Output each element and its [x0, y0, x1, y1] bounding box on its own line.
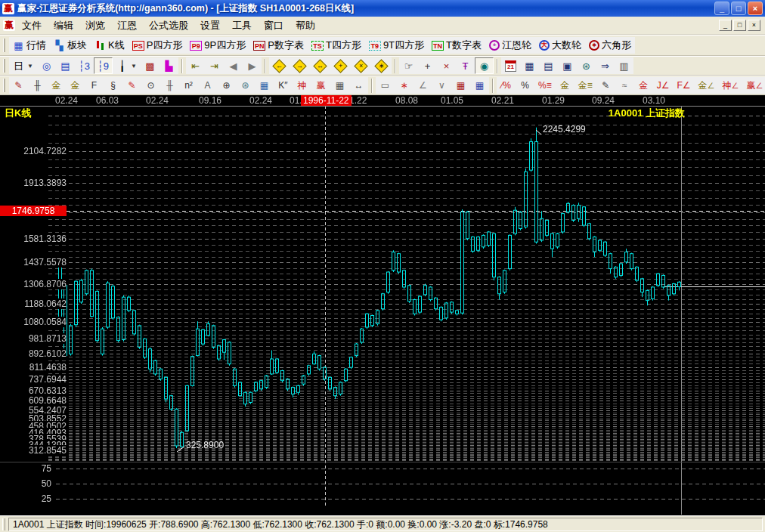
draw-gold-line-icon[interactable]: 金: [634, 77, 653, 94]
draw-star-web-icon[interactable]: ⊛: [236, 77, 255, 94]
draw-shen-angle-icon[interactable]: 神∠: [719, 77, 743, 94]
kline-chart-canvas[interactable]: [0, 95, 765, 515]
tool-gann-compress-icon[interactable]: ×: [351, 57, 371, 74]
toolbar-p-number-table-button[interactable]: PNP数字表: [249, 37, 308, 54]
dropdown-arrow-icon: ▼: [131, 63, 137, 70]
draw-ying-angle-icon[interactable]: 赢∠: [743, 77, 765, 94]
tool-net-save-icon[interactable]: ⊛: [577, 57, 596, 74]
draw-blue-grid-icon[interactable]: ▦: [470, 77, 489, 94]
draw-fan-rays-icon[interactable]: ∗: [395, 77, 413, 94]
draw-draw-brush-icon[interactable]: ✎: [9, 77, 28, 94]
draw-angle-line-icon[interactable]: A: [198, 77, 217, 94]
tool-bars-3-icon[interactable]: ┆3: [75, 57, 94, 74]
menu-item-browse[interactable]: 浏览: [79, 17, 111, 35]
draw-red-grid-icon[interactable]: ▦: [451, 77, 470, 94]
menu-item-settings[interactable]: 设置: [194, 17, 226, 35]
menu-item-window[interactable]: 窗口: [258, 17, 290, 35]
tool-next-bar-icon[interactable]: ▶: [243, 57, 262, 74]
draw-wave-overlap-icon[interactable]: ≈: [615, 77, 634, 94]
draw-percent-icon[interactable]: %: [516, 77, 534, 94]
draw-f-angle-icon[interactable]: F∠: [673, 77, 694, 94]
draw-gold-grid-2-icon[interactable]: 金: [66, 77, 85, 94]
draw-marker-pen-icon[interactable]: ✎: [596, 77, 615, 94]
toolbar-9p-square-button[interactable]: P99P四方形: [186, 37, 249, 54]
tool-brain-tool-icon[interactable]: ◉: [475, 57, 494, 74]
draw-percent-lines-icon[interactable]: %≡: [534, 77, 556, 94]
draw-n-square-icon[interactable]: n²: [179, 77, 198, 94]
menu-item-file[interactable]: 文件: [16, 17, 48, 35]
restore-button[interactable]: □: [731, 2, 746, 15]
y-axis-label: 1080.0584: [2, 317, 67, 327]
tool-gann-arrow-right-icon[interactable]: →: [290, 57, 310, 74]
toolbar-p-square-button[interactable]: PSP四方形: [129, 37, 187, 54]
draw-grid-lines-icon[interactable]: ╫: [28, 77, 47, 94]
draw-f-levels-icon[interactable]: F: [85, 77, 104, 94]
tool-last-page-icon[interactable]: ⇥: [205, 57, 224, 74]
draw-calendar-grid-icon[interactable]: ▦: [330, 77, 349, 94]
tool-calendar-icon[interactable]: 21: [501, 57, 520, 74]
tool-gann-star-icon[interactable]: ∗: [371, 57, 392, 74]
draw-gold-angle-icon[interactable]: 金∠: [695, 77, 719, 94]
tool-hand-tool-icon[interactable]: ☞: [399, 57, 418, 74]
draw-red-pen-icon[interactable]: ✎: [122, 77, 141, 94]
tool-first-page-icon[interactable]: ⇤: [186, 57, 205, 74]
draw-spiral-icon[interactable]: §: [104, 77, 122, 94]
tool-save-icon[interactable]: ▣: [558, 57, 577, 74]
tool-print-icon[interactable]: ▥: [615, 57, 633, 74]
draw-grid-target-icon[interactable]: ▦: [255, 77, 274, 94]
draw-zigzag-icon[interactable]: ∨: [432, 77, 451, 94]
draw-gold-grid-icon[interactable]: 金: [47, 77, 66, 94]
tool-gann-cross-icon[interactable]: +: [330, 57, 351, 74]
tool-gann-arrow-left-icon[interactable]: ←: [269, 57, 290, 74]
toolbar-gann-wheel-button[interactable]: +江恩轮: [485, 37, 535, 54]
draw-compass-icon[interactable]: ⊕: [217, 77, 236, 94]
minimize-button[interactable]: _: [714, 2, 729, 15]
draw-hash-lines-icon[interactable]: ╫: [160, 77, 179, 94]
toolbar-separator: [395, 59, 396, 73]
menu-item-gann[interactable]: 江恩: [111, 17, 143, 35]
tool-period-day-dropdown-icon[interactable]: 日▼: [9, 57, 37, 74]
tool-notebook-icon[interactable]: ▤: [539, 57, 558, 74]
draw-span-arrows-icon[interactable]: ↔: [349, 77, 368, 94]
draw-ying-tool-icon[interactable]: 赢: [311, 77, 330, 94]
tool-delete-line-tool-icon[interactable]: ×: [437, 57, 456, 74]
menu-item-tools[interactable]: 工具: [226, 17, 258, 35]
toolbar-sectors-button[interactable]: ▚板块: [50, 37, 91, 54]
toolbar-kline-button[interactable]: K线: [91, 37, 129, 54]
tool-crosshair-tool-icon[interactable]: +: [418, 57, 437, 74]
toolbar-hexagon-button[interactable]: ∗六角形: [585, 37, 635, 54]
tool-export-icon[interactable]: ⇒: [596, 57, 615, 74]
tool-text-tool-icon[interactable]: Ŧ: [456, 57, 475, 74]
mdi-restore-button[interactable]: □: [733, 20, 746, 31]
tool-gann-knot-icon[interactable]: ◎: [37, 57, 56, 74]
toolbar-9t-square-button[interactable]: T99T四方形: [365, 37, 428, 54]
menu-item-help[interactable]: 帮助: [290, 17, 321, 35]
toolbar-t-square-label: T四方形: [326, 39, 361, 52]
tool-candle-style-dropdown-icon[interactable]: ╽▼: [113, 57, 141, 74]
mdi-minimize-button[interactable]: _: [719, 20, 732, 31]
toolbar-quotes-button[interactable]: ▦行情: [9, 37, 50, 54]
tool-info-panel-icon[interactable]: ▤: [56, 57, 75, 74]
menu-item-formula-picker[interactable]: 公式选股: [143, 17, 194, 35]
toolbar-big-number-wheel-button[interactable]: 大大数轮: [535, 37, 585, 54]
toolbar-t-number-table-button[interactable]: TNT数字表: [428, 37, 485, 54]
draw-gold-levels-icon[interactable]: 金≡: [575, 77, 596, 94]
tool-bars-9-icon[interactable]: ┆9: [94, 57, 113, 74]
close-button[interactable]: ×: [748, 2, 763, 15]
toolbar-t-square-button[interactable]: TST四方形: [308, 37, 365, 54]
draw-clock-cycle-icon[interactable]: ⊙: [141, 77, 160, 94]
draw-trend-angle-icon[interactable]: ∠: [413, 77, 432, 94]
mdi-close-button[interactable]: ×: [748, 20, 760, 31]
menu-item-edit[interactable]: 编辑: [48, 17, 79, 35]
draw-k-mark-icon[interactable]: K″: [274, 77, 293, 94]
draw-percent-slash-icon[interactable]: ⁄%: [497, 77, 516, 94]
draw-box-select-icon[interactable]: ▭: [376, 77, 395, 94]
draw-gold-circle-icon[interactable]: 金: [556, 77, 575, 94]
tool-volume-chart-icon[interactable]: ▙: [160, 57, 178, 74]
draw-j-angle-icon[interactable]: J∠: [653, 77, 674, 94]
tool-gann-arrow-both-icon[interactable]: ↔: [310, 57, 330, 74]
tool-red-region-icon[interactable]: ▩: [141, 57, 160, 74]
tool-calculator-icon[interactable]: ▦: [520, 57, 539, 74]
draw-shen-tool-icon[interactable]: 神: [293, 77, 311, 94]
tool-prev-bar-icon[interactable]: ◀: [224, 57, 243, 74]
